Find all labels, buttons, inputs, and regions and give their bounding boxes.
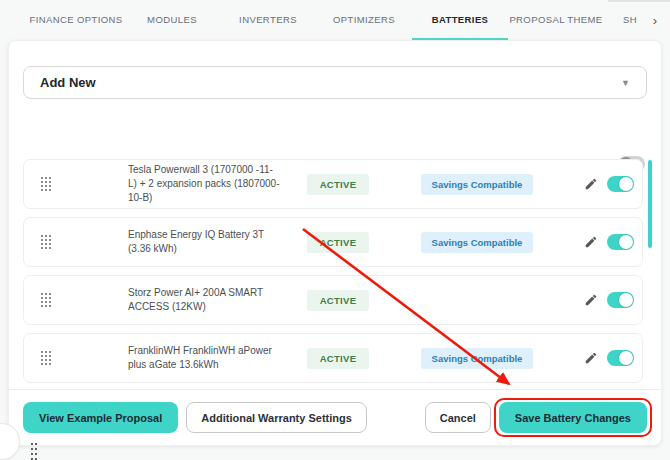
battery-enabled-toggle[interactable]: [607, 350, 634, 366]
panel-footer: View Example Proposal Additional Warrant…: [9, 389, 661, 445]
save-battery-changes-button[interactable]: Save Battery Changes: [499, 402, 647, 433]
list-scrollbar-thumb[interactable]: [648, 160, 652, 248]
toggle-knob: [619, 177, 633, 191]
save-button-wrapper: Save Battery Changes: [499, 402, 647, 433]
battery-row: FranklinWH FranklinWH aPower plus aGate …: [23, 333, 643, 383]
status-badge: ACTIVE: [307, 290, 370, 311]
savings-compatible-badge: Savings Compatible: [421, 232, 534, 253]
battery-name: Enphase Energy IQ Battery 3T (3.36 kWh): [128, 228, 280, 256]
battery-name: Storz Power AI+ 200A SMART ACCESS (12KW): [128, 286, 280, 314]
batteries-panel: Add New ▼ Show Expired Tesla Powerwall 3…: [8, 40, 662, 446]
cancel-button[interactable]: Cancel: [425, 402, 491, 433]
top-edge-divider: [608, 0, 670, 2]
status-badge: ACTIVE: [307, 232, 370, 253]
battery-name: Tesla Powerwall 3 (1707000 -11-L) + 2 ex…: [128, 163, 280, 205]
toggle-knob: [619, 351, 633, 365]
battery-row: Enphase Energy IQ Battery 3T (3.36 kWh) …: [23, 217, 643, 267]
battery-enabled-toggle[interactable]: [607, 234, 634, 250]
drag-handle-icon[interactable]: [41, 177, 54, 192]
tab-batteries[interactable]: BATTERIES: [412, 0, 508, 40]
add-new-label: Add New: [40, 75, 96, 90]
drag-handle-icon[interactable]: [41, 351, 54, 366]
battery-row: Storz Power AI+ 200A SMART ACCESS (12KW)…: [23, 275, 643, 325]
edit-pencil-icon[interactable]: [584, 293, 598, 307]
add-new-dropdown[interactable]: Add New ▼: [23, 66, 647, 99]
partial-drag-handle-icon: [31, 443, 38, 460]
tab-optimizers[interactable]: OPTIMIZERS: [316, 0, 412, 40]
tab-modules[interactable]: MODULES: [124, 0, 220, 40]
toggle-knob: [619, 293, 633, 307]
battery-enabled-toggle[interactable]: [607, 176, 634, 192]
tab-shading-clipped[interactable]: SH: [604, 0, 656, 40]
settings-tab-bar: FINANCE OPTIONS MODULES INVERTERS OPTIMI…: [0, 0, 670, 40]
additional-warranty-settings-button[interactable]: Additional Warranty Settings: [186, 402, 367, 433]
tab-proposal-theme[interactable]: PROPOSAL THEME: [508, 0, 604, 40]
edit-pencil-icon[interactable]: [584, 351, 598, 365]
battery-enabled-toggle[interactable]: [607, 292, 634, 308]
tab-inverters[interactable]: INVERTERS: [220, 0, 316, 40]
savings-compatible-badge: Savings Compatible: [421, 174, 534, 195]
status-badge: ACTIVE: [307, 348, 370, 369]
savings-compatible-badge: Savings Compatible: [421, 348, 534, 369]
battery-name: FranklinWH FranklinWH aPower plus aGate …: [128, 344, 280, 372]
battery-list: Tesla Powerwall 3 (1707000 -11-L) + 2 ex…: [23, 159, 643, 383]
drag-handle-icon[interactable]: [41, 235, 54, 250]
view-example-proposal-button[interactable]: View Example Proposal: [23, 402, 178, 433]
edit-pencil-icon[interactable]: [584, 235, 598, 249]
tab-finance-options[interactable]: FINANCE OPTIONS: [28, 0, 124, 40]
tabs-scroll-right-icon[interactable]: ›: [650, 0, 660, 40]
toggle-knob: [619, 235, 633, 249]
edit-pencil-icon[interactable]: [584, 177, 598, 191]
status-badge: ACTIVE: [307, 174, 370, 195]
drag-handle-icon[interactable]: [41, 293, 54, 308]
battery-row: Tesla Powerwall 3 (1707000 -11-L) + 2 ex…: [23, 159, 643, 209]
chevron-down-icon: ▼: [621, 78, 630, 88]
